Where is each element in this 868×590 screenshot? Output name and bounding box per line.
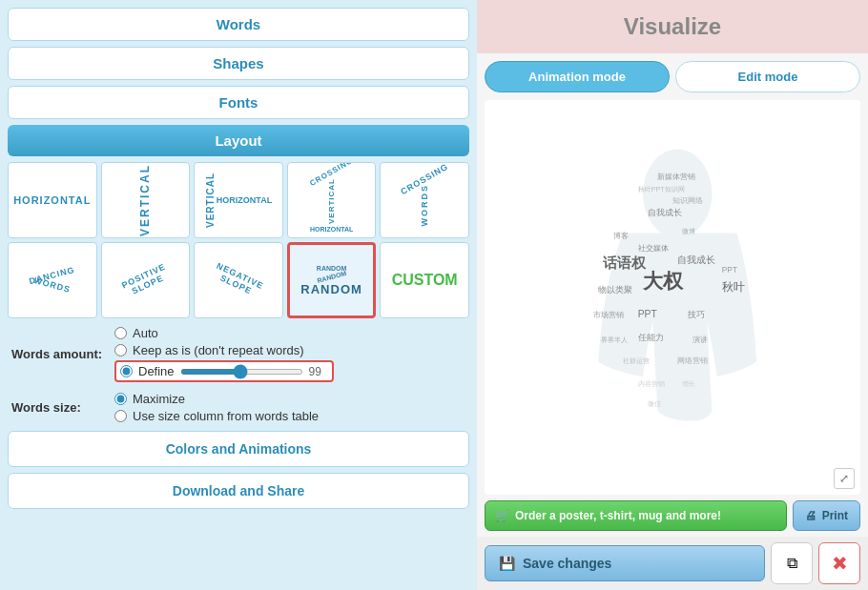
expand-icon: ⤢: [839, 472, 849, 485]
define-radio[interactable]: [120, 365, 133, 377]
svg-text:PPT: PPT: [722, 265, 737, 275]
svg-text:博客: 博客: [613, 231, 629, 240]
svg-text:秋叶PPT知识网: 秋叶PPT知识网: [638, 185, 685, 193]
svg-text:新媒体营销: 新媒体营销: [657, 172, 695, 181]
size-column-radio[interactable]: [114, 410, 127, 422]
words-size-section: Words size: Maximize Use size column fro…: [8, 390, 469, 425]
auto-radio[interactable]: [114, 327, 127, 339]
svg-text:社交媒体: 社交媒体: [638, 243, 669, 253]
define-label: Define: [138, 364, 175, 378]
visualize-header: Visualize: [477, 0, 868, 53]
layout-header: Layout: [8, 125, 469, 156]
delete-icon: ✖: [832, 552, 848, 575]
maximize-label: Maximize: [133, 392, 185, 406]
mode-tabs: Animation mode Edit mode: [477, 53, 868, 100]
svg-text:界界半人: 界界半人: [601, 336, 628, 344]
auto-label: Auto: [133, 326, 158, 340]
shapes-button[interactable]: Shapes: [8, 47, 469, 80]
layout-custom[interactable]: CUSTOM: [380, 242, 469, 318]
left-panel: Words Shapes Fonts Layout HORIZONTAL VER…: [0, 0, 477, 590]
maximize-radio[interactable]: [114, 393, 127, 405]
save-label: Save changes: [523, 556, 611, 571]
svg-text:秋叶: 秋叶: [722, 280, 745, 294]
define-slider[interactable]: [180, 369, 303, 375]
colors-animations-button[interactable]: Colors and Animations: [8, 431, 469, 467]
svg-text:PPT: PPT: [638, 309, 658, 319]
keep-radio[interactable]: [114, 344, 127, 356]
print-button[interactable]: 🖨 Print: [793, 500, 860, 531]
download-share-button[interactable]: Download and Share: [8, 473, 469, 509]
keep-label: Keep as is (don't repeat words): [133, 343, 304, 357]
layout-dancing[interactable]: DANCING WORDS: [8, 242, 97, 318]
poster-label: Order a poster, t-shirt, mug and more!: [515, 509, 721, 522]
save-button[interactable]: 💾 Save changes: [485, 545, 765, 581]
svg-text:自我成长: 自我成长: [677, 254, 715, 265]
layout-horizontal[interactable]: HORIZONTAL: [8, 162, 97, 238]
words-button[interactable]: Words: [8, 8, 469, 41]
word-cloud-svg: 新媒体营销 秋叶PPT知识网 知识网络 自我成长 博客 微博 社交媒体 话语权 …: [485, 100, 860, 495]
size-column-option[interactable]: Use size column from words table: [114, 409, 319, 423]
poster-row: 🛒 Order a poster, t-shirt, mug and more!…: [477, 495, 868, 537]
poster-button[interactable]: 🛒 Order a poster, t-shirt, mug and more!: [485, 500, 787, 531]
layout-neg-slope[interactable]: NEGATIVE SLOPE: [194, 242, 283, 318]
word-cloud-area: 新媒体营销 秋叶PPT知识网 知识网络 自我成长 博客 微博 社交媒体 话语权 …: [485, 100, 860, 495]
svg-text:微信: 微信: [648, 399, 661, 408]
svg-text:技巧: 技巧: [687, 310, 705, 319]
define-value: 99: [309, 365, 328, 378]
svg-text:内容营销: 内容营销: [638, 379, 665, 388]
maximize-option[interactable]: Maximize: [114, 392, 319, 406]
animation-mode-tab[interactable]: Animation mode: [485, 61, 670, 92]
print-label: Print: [822, 509, 848, 522]
svg-text:大权: 大权: [642, 270, 684, 292]
layout-vertical[interactable]: VERTICAL: [101, 162, 191, 238]
floppy-icon: 💾: [499, 556, 515, 571]
svg-text:增长: 增长: [681, 379, 695, 388]
fonts-button[interactable]: Fonts: [8, 86, 469, 119]
svg-text:自我成长: 自我成长: [648, 208, 682, 217]
define-option[interactable]: Define 99: [114, 360, 334, 382]
layout-pos-slope[interactable]: POSITIVE SLOPE: [101, 242, 191, 318]
layout-grid: HORIZONTAL VERTICAL VERTICAL HORIZONTAL …: [8, 162, 469, 318]
layout-crossing-vert[interactable]: CROSSING VERTICAL HORIZONTAL: [287, 162, 377, 238]
auto-option[interactable]: Auto: [114, 326, 334, 340]
words-amount-label: Words amount:: [11, 347, 107, 361]
svg-text:社群运营: 社群运营: [623, 356, 650, 365]
size-column-label: Use size column from words table: [133, 409, 319, 423]
keep-option[interactable]: Keep as is (don't repeat words): [114, 343, 334, 357]
svg-text:网络营销: 网络营销: [677, 356, 708, 365]
svg-text:任能力: 任能力: [637, 333, 664, 342]
edit-mode-tab[interactable]: Edit mode: [675, 61, 860, 92]
right-panel: Visualize Animation mode Edit mode 新媒体营销…: [477, 0, 868, 590]
layout-crossing[interactable]: CROSSING WORDS: [380, 162, 469, 238]
copy-button[interactable]: ⧉: [771, 542, 813, 584]
svg-text:话语权: 话语权: [603, 254, 647, 271]
words-amount-row: Words amount: Auto Keep as is (don't rep…: [11, 326, 465, 382]
svg-point-0: [643, 149, 713, 237]
bottom-actions: 💾 Save changes ⧉ ✖: [477, 537, 868, 590]
layout-vert-horiz[interactable]: VERTICAL HORIZONTAL: [194, 162, 283, 238]
expand-button[interactable]: ⤢: [834, 468, 855, 489]
words-size-row: Words size: Maximize Use size column fro…: [11, 392, 465, 423]
words-amount-options: Auto Keep as is (don't repeat words) Def…: [114, 326, 334, 382]
delete-button[interactable]: ✖: [818, 542, 860, 584]
svg-text:微博: 微博: [682, 227, 695, 235]
cart-icon: 🛒: [495, 509, 509, 522]
svg-text:知识网络: 知识网络: [672, 196, 703, 206]
printer-icon: 🖨: [805, 509, 816, 522]
svg-text:演讲: 演讲: [692, 335, 708, 344]
svg-text:市场营销: 市场营销: [593, 310, 624, 319]
svg-text:物以类聚: 物以类聚: [598, 285, 632, 295]
copy-icon: ⧉: [787, 555, 797, 572]
words-amount-section: Words amount: Auto Keep as is (don't rep…: [8, 324, 469, 384]
words-size-options: Maximize Use size column from words tabl…: [114, 392, 319, 423]
layout-random[interactable]: RANDOM RANDOM RANDOM: [287, 242, 377, 318]
words-size-label: Words size:: [11, 400, 107, 415]
